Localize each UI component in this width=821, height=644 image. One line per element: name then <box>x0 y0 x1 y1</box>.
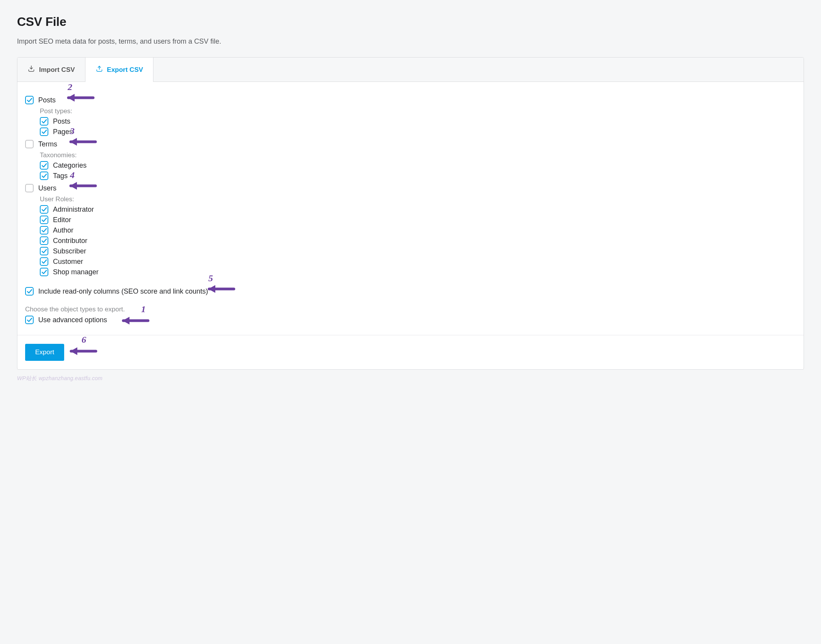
page-title: CSV File <box>17 15 804 29</box>
checkbox-role-shop-manager[interactable] <box>40 268 48 276</box>
checkbox-role-author[interactable] <box>40 226 48 234</box>
readonly-columns-label: Include read-only columns (SEO score and… <box>38 287 208 296</box>
posttype-posts-label: Posts <box>53 117 70 126</box>
annotation-number: 2 <box>68 82 97 92</box>
checkbox-terms[interactable] <box>25 140 34 148</box>
tab-import-csv[interactable]: Import CSV <box>17 58 85 82</box>
checkbox-advanced-options[interactable] <box>25 316 34 324</box>
checkbox-role-subscriber[interactable] <box>40 247 48 255</box>
section-posts-label: Posts <box>38 96 56 104</box>
posts-subtypes-label: Post types: <box>40 107 796 115</box>
csv-panel: Import CSV Export CSV Posts 2 Post types… <box>17 57 804 370</box>
checkbox-taxonomy-tags[interactable] <box>40 172 48 180</box>
role-contributor-label: Contributor <box>53 237 87 245</box>
section-users-label: Users <box>38 184 56 192</box>
users-subtypes-label: User Roles: <box>40 195 796 203</box>
tab-export-csv[interactable]: Export CSV <box>85 58 154 82</box>
checkbox-posttype-posts[interactable] <box>40 117 48 126</box>
tabs: Import CSV Export CSV <box>17 58 804 82</box>
checkbox-users[interactable] <box>25 184 34 192</box>
import-icon <box>27 65 35 75</box>
checkbox-role-administrator[interactable] <box>40 205 48 214</box>
taxonomy-tags-label: Tags <box>53 172 68 180</box>
checkbox-taxonomy-categories[interactable] <box>40 161 48 170</box>
page-subtitle: Import SEO meta data for posts, terms, a… <box>17 37 804 46</box>
tab-label: Import CSV <box>39 66 75 74</box>
checkbox-role-editor[interactable] <box>40 216 48 224</box>
taxonomy-categories-label: Categories <box>53 161 87 170</box>
role-editor-label: Editor <box>53 216 71 224</box>
checkbox-posts[interactable] <box>25 96 34 104</box>
checkbox-readonly-columns[interactable] <box>25 287 34 296</box>
watermark: WP站长 wpzhanzhang.eastfu.com <box>17 375 804 382</box>
checkbox-role-contributor[interactable] <box>40 236 48 245</box>
tab-label: Export CSV <box>107 66 143 74</box>
export-icon <box>95 65 103 75</box>
panel-footer: Export 6 <box>17 335 804 369</box>
advanced-options-label: Use advanced options <box>38 316 107 324</box>
role-shop-manager-label: Shop manager <box>53 268 99 276</box>
role-subscriber-label: Subscriber <box>53 247 86 255</box>
export-button[interactable]: Export <box>25 344 64 361</box>
role-author-label: Author <box>53 226 73 234</box>
role-customer-label: Customer <box>53 258 83 266</box>
role-administrator-label: Administrator <box>53 206 94 214</box>
helper-text: Choose the object types to export. <box>25 306 796 313</box>
panel-body: Posts 2 Post types: Posts Pages <box>17 82 804 335</box>
terms-subtypes-label: Taxonomies: <box>40 151 796 159</box>
checkbox-role-customer[interactable] <box>40 257 48 266</box>
posttype-pages-label: Pages <box>53 128 73 136</box>
section-terms-label: Terms <box>38 140 57 148</box>
checkbox-posttype-pages[interactable] <box>40 127 48 136</box>
annotation-number: 6 <box>82 335 116 345</box>
